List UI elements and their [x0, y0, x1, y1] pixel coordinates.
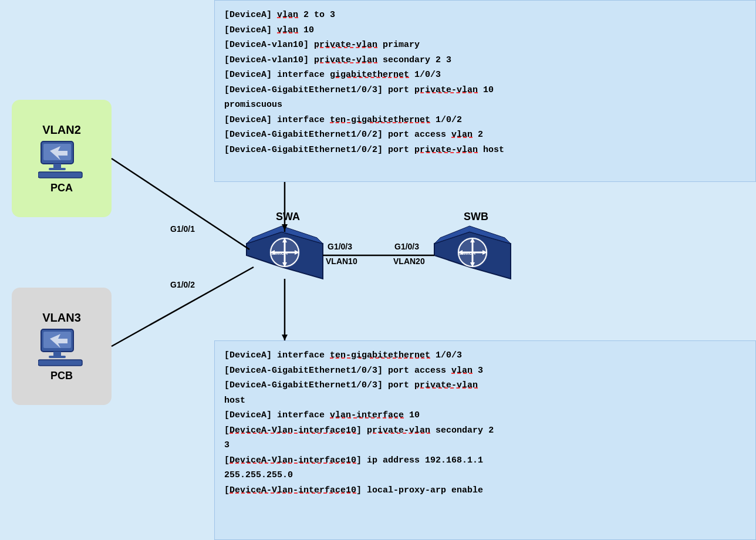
config-line-2: [DeviceA] vlan 10 [224, 25, 314, 35]
svg-rect-9 [38, 360, 82, 366]
svg-marker-33 [282, 224, 288, 231]
config-b-line-6b: 255.255.255.0 [224, 470, 293, 480]
pcb-icon [38, 328, 85, 366]
svg-marker-22 [434, 226, 511, 244]
svg-marker-18 [270, 250, 275, 255]
svg-point-24 [458, 238, 487, 266]
svg-rect-4 [38, 172, 82, 178]
vlan3-label: VLAN3 [42, 311, 81, 325]
svg-marker-17 [282, 262, 287, 267]
config-line-7: [DeviceA] interface ten-gigabitethernet … [224, 115, 462, 125]
config-line-8: [DeviceA-GigabitEthernet1/0/2] port acce… [224, 130, 483, 140]
svg-marker-35 [282, 335, 288, 340]
config-b-line-5: [DeviceA-Vlan-interface10] private-vlan … [224, 426, 494, 436]
config-b-line-6: [DeviceA-Vlan-interface10] ip address 19… [224, 455, 483, 465]
config-line-9: [DeviceA-GigabitEthernet1/0/2] port priv… [224, 145, 504, 155]
svg-text:VLAN20: VLAN20 [393, 256, 425, 266]
pca-icon [38, 140, 85, 178]
swa-switch-icon: SwitCH [247, 226, 323, 279]
svg-text:G1/0/2: G1/0/2 [170, 280, 195, 289]
config-b-line-3b: host [224, 396, 245, 406]
config-line-6: [DeviceA-GigabitEthernet1/0/3] port priv… [224, 85, 494, 95]
config-line-3: [DeviceA-vlan10] private-vlan primary [224, 40, 420, 50]
svg-marker-21 [434, 232, 511, 279]
top-config-box: [DeviceA] vlan 2 to 3 [DeviceA] vlan 10 … [214, 0, 756, 182]
swa-label: SWA [276, 211, 300, 222]
config-line-5: [DeviceA] interface gigabitethernet 1/0/… [224, 70, 441, 80]
config-b-line-2: [DeviceA-GigabitEthernet1/0/3] port acce… [224, 366, 483, 376]
config-b-line-5b: 3 [224, 440, 230, 450]
svg-rect-7 [53, 352, 61, 356]
svg-text:G1/0/1: G1/0/1 [170, 224, 195, 234]
svg-text:VLAN10: VLAN10 [326, 256, 357, 266]
svg-rect-2 [53, 164, 61, 168]
swb-switch-icon: SwitCH [434, 226, 511, 279]
svg-line-37 [112, 267, 254, 346]
svg-point-13 [271, 238, 299, 266]
swb-label: SWB [464, 211, 488, 222]
config-b-line-4: [DeviceA] interface vlan-interface 10 [224, 410, 420, 420]
svg-marker-30 [482, 250, 487, 255]
svg-point-12 [269, 237, 300, 268]
svg-rect-8 [49, 356, 66, 358]
vlan3-box: VLAN3 PCB [12, 288, 112, 405]
svg-rect-3 [49, 168, 66, 170]
svg-marker-16 [282, 238, 287, 242]
bottom-config-box: [DeviceA] interface ten-gigabitethernet … [214, 340, 756, 540]
svg-text:SwitCH: SwitCH [271, 251, 288, 256]
svg-marker-11 [247, 226, 323, 244]
pcb-label: PCB [50, 370, 73, 382]
svg-text:SwitCH: SwitCH [459, 251, 475, 256]
svg-marker-19 [295, 250, 299, 255]
vlan2-box: VLAN2 PCA [12, 100, 112, 217]
svg-text:G1/0/3: G1/0/3 [328, 242, 352, 251]
config-b-line-1: [DeviceA] interface ten-gigabitethernet … [224, 350, 462, 360]
pca-label: PCA [50, 182, 73, 194]
config-line-4: [DeviceA-vlan10] private-vlan secondary … [224, 55, 451, 65]
svg-marker-28 [470, 262, 475, 267]
config-line-6b: promiscuous [224, 100, 282, 110]
svg-text:G1/0/3: G1/0/3 [394, 242, 419, 251]
config-b-line-7: [DeviceA-Vlan-interface10] local-proxy-a… [224, 485, 483, 495]
svg-point-23 [457, 237, 488, 268]
svg-marker-29 [458, 250, 463, 255]
svg-marker-10 [247, 232, 323, 279]
config-line-1: [DeviceA] vlan 2 to 3 [224, 10, 335, 20]
config-b-line-3: [DeviceA-GigabitEthernet1/0/3] port priv… [224, 380, 478, 390]
svg-marker-27 [470, 238, 475, 242]
vlan2-label: VLAN2 [42, 123, 81, 137]
